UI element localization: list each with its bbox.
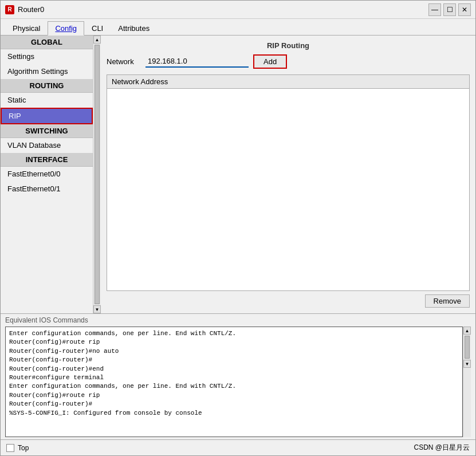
network-address-table: Network Address — [107, 74, 470, 291]
status-left: Top — [6, 444, 29, 452]
rip-routing-title: RIP Routing — [107, 41, 470, 50]
sidebar-wrapper: GLOBAL Settings Algorithm Settings ROUTI… — [1, 36, 101, 313]
sidebar-scrollbar[interactable]: ▲ ▼ — [93, 36, 101, 313]
terminal-scroll-wrapper: Enter configuration commands, one per li… — [5, 327, 471, 437]
network-row: Network Add — [107, 54, 470, 69]
sidebar-section-switching: SWITCHING — [1, 124, 93, 138]
main-panel: RIP Routing Network Add Network Address … — [101, 36, 475, 313]
table-body — [107, 89, 469, 290]
network-label: Network — [107, 57, 141, 66]
terminal-scroll-thumb[interactable] — [465, 336, 470, 359]
sidebar: GLOBAL Settings Algorithm Settings ROUTI… — [1, 36, 93, 313]
terminal-scroll-up[interactable]: ▲ — [463, 327, 471, 335]
sidebar-section-interface: INTERFACE — [1, 153, 93, 167]
network-input[interactable] — [145, 56, 249, 68]
ios-commands-label: Equivalent IOS Commands — [5, 316, 471, 324]
sidebar-scroll-thumb[interactable] — [95, 45, 100, 304]
window-title: Router0 — [18, 5, 44, 14]
tab-physical[interactable]: Physical — [5, 21, 48, 35]
terminal-scrollbar[interactable]: ▲ ▼ — [463, 327, 471, 437]
sidebar-scroll-up[interactable]: ▲ — [93, 36, 101, 44]
tab-bar: Physical Config CLI Attributes — [1, 19, 475, 36]
title-bar-left: R Router0 — [5, 5, 44, 14]
sidebar-item-rip[interactable]: RIP — [1, 108, 93, 124]
sidebar-scroll-down[interactable]: ▼ — [93, 305, 101, 313]
tab-cli[interactable]: CLI — [84, 21, 111, 35]
terminal-line: Router#configure terminal — [9, 374, 459, 382]
title-bar: R Router0 — ☐ ✕ — [1, 1, 475, 19]
window-controls: — ☐ ✕ — [428, 3, 471, 16]
app-icon: R — [5, 5, 14, 14]
tab-config[interactable]: Config — [48, 21, 84, 36]
maximize-button[interactable]: ☐ — [443, 3, 456, 16]
sidebar-item-fastethernet0-1[interactable]: FastEthernet0/1 — [1, 182, 93, 196]
remove-btn-area: Remove — [107, 294, 470, 308]
watermark: CSDN @日星月云 — [414, 443, 470, 453]
top-label: Top — [18, 444, 29, 452]
content-area: GLOBAL Settings Algorithm Settings ROUTI… — [1, 36, 475, 313]
sidebar-item-settings[interactable]: Settings — [1, 49, 93, 64]
terminal-line: Enter configuration commands, one per li… — [9, 329, 459, 338]
table-header-network-address: Network Address — [107, 75, 469, 89]
status-bar: Top CSDN @日星月云 — [1, 439, 475, 455]
main-window: R Router0 — ☐ ✕ Physical Config CLI Attr… — [0, 0, 476, 456]
terminal-line: Enter configuration commands, one per li… — [9, 382, 459, 391]
remove-button[interactable]: Remove — [425, 294, 470, 308]
tab-attributes[interactable]: Attributes — [111, 21, 157, 35]
sidebar-section-routing: ROUTING — [1, 79, 93, 93]
close-button[interactable]: ✕ — [458, 3, 471, 16]
sidebar-section-global: GLOBAL — [1, 36, 93, 49]
terminal-scroll-down[interactable]: ▼ — [463, 360, 471, 368]
terminal-area[interactable]: Enter configuration commands, one per li… — [5, 327, 463, 437]
terminal-line: Router(config-router)# — [9, 400, 459, 408]
top-checkbox[interactable] — [6, 444, 14, 452]
terminal-line: %SYS-5-CONFIG_I: Configured from console… — [9, 409, 459, 418]
terminal-line: Router(config-router)# — [9, 356, 459, 364]
minimize-button[interactable]: — — [428, 3, 441, 16]
add-button[interactable]: Add — [253, 54, 287, 69]
terminal-line: Router(config)#route rip — [9, 338, 459, 347]
bottom-section: Equivalent IOS Commands Enter configurat… — [1, 313, 475, 439]
terminal-line: Router(config-router)#no auto — [9, 347, 459, 356]
rip-routing-section: RIP Routing Network Add Network Address … — [107, 41, 470, 308]
sidebar-item-static[interactable]: Static — [1, 93, 93, 108]
sidebar-item-fastethernet0-0[interactable]: FastEthernet0/0 — [1, 167, 93, 182]
sidebar-item-vlan-database[interactable]: VLAN Database — [1, 138, 93, 153]
terminal-line: Router(config)#route rip — [9, 391, 459, 400]
terminal-line: Router(config-router)#end — [9, 365, 459, 374]
sidebar-item-algorithm-settings[interactable]: Algorithm Settings — [1, 64, 93, 79]
